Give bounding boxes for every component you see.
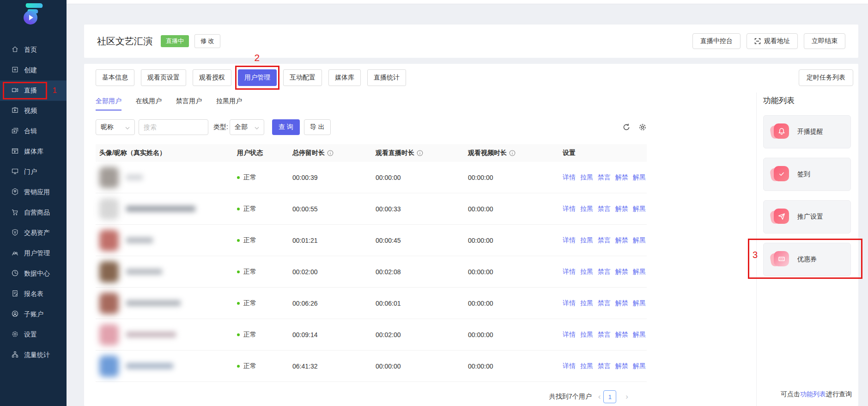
user-sub-tab[interactable]: 在线用户 [136,97,162,111]
page-number[interactable]: 1 [603,390,616,403]
sidebar-nav: 首页 创建 直播 视频 合辑 媒体库 [0,40,67,365]
blurred-username [126,174,143,180]
detail-link[interactable]: 详情 [563,236,576,245]
status-dot [237,271,240,273]
table-row: 正常 00:00:39 00:00:00 00:00:00 详情 拉黑 禁言 解… [96,162,647,193]
unblock-link[interactable]: 解黑 [633,236,646,245]
tab-button[interactable]: 媒体库 [328,69,361,86]
watch-url-button[interactable]: 观看地址 [747,33,798,49]
user-sub-tab[interactable]: 禁言用户 [176,97,202,111]
video-duration-value: 00:00:00 [464,174,559,181]
function-card[interactable]: 推广设置 [763,200,851,234]
create-icon [11,66,19,75]
sidebar-item[interactable]: 创建 [0,60,67,80]
detail-link[interactable]: 详情 [563,205,576,213]
tab-button[interactable]: 基本信息 [96,69,134,86]
sidebar-item[interactable]: 合辑 [0,121,67,141]
detail-link[interactable]: 详情 [563,362,576,370]
query-button[interactable]: 查 询 [272,119,300,135]
live-console-button[interactable]: 直播中控台 [692,33,741,49]
blurred-username [126,332,176,338]
detail-link[interactable]: 详情 [563,331,576,339]
modify-button[interactable]: 修 改 [194,34,220,48]
mute-link[interactable]: 禁言 [598,173,611,182]
info-icon[interactable] [327,150,334,156]
block-link[interactable]: 拉黑 [580,268,593,276]
unmute-link[interactable]: 解禁 [615,205,628,213]
detail-link[interactable]: 详情 [563,173,576,182]
top-strip [67,0,868,4]
search-input[interactable] [139,119,208,135]
export-button[interactable]: 导 出 [304,119,331,135]
info-icon[interactable] [509,150,516,156]
field-select[interactable]: 昵称 [96,119,135,135]
tab-button[interactable]: 观看授权 [193,69,231,86]
function-card-label: 推广设置 [797,213,823,221]
tab-button[interactable]: 直播统计 [367,69,406,86]
block-link[interactable]: 拉黑 [580,205,593,213]
sidebar-item[interactable]: 用户管理 [0,243,67,264]
table-row: 正常 00:06:26 00:06:01 00:00:00 详情 拉黑 禁言 解… [96,288,647,319]
sidebar-item[interactable]: 视频 [0,101,67,121]
refresh-icon[interactable] [622,123,631,131]
block-link[interactable]: 拉黑 [580,173,593,182]
user-sub-tab[interactable]: 全部用户 [96,97,121,111]
sidebar-item[interactable]: 营销应用 [0,182,67,203]
unmute-link[interactable]: 解禁 [615,268,628,276]
timer-task-list-button[interactable]: 定时任务列表 [799,69,853,86]
sidebar-item[interactable]: 自营商品 [0,203,67,223]
sidebar-item[interactable]: 直播 [0,80,67,101]
sidebar-item[interactable]: 子账户 [0,304,67,325]
mute-link[interactable]: 禁言 [598,268,611,276]
unmute-link[interactable]: 解禁 [615,173,628,182]
block-link[interactable]: 拉黑 [580,236,593,245]
type-select[interactable]: 全部 [230,119,264,135]
mute-link[interactable]: 禁言 [598,331,611,339]
end-live-button[interactable]: 立即结束 [804,33,845,49]
tab-button[interactable]: 用户管理 [238,69,277,86]
unmute-link[interactable]: 解禁 [615,362,628,370]
unblock-link[interactable]: 解黑 [633,331,646,339]
unblock-link[interactable]: 解黑 [633,205,646,213]
sidebar-item[interactable]: 交易资产 [0,223,67,243]
mute-link[interactable]: 禁言 [598,205,611,213]
unmute-link[interactable]: 解禁 [615,331,628,339]
sidebar-item[interactable]: 首页 [0,40,67,60]
unblock-link[interactable]: 解黑 [633,299,646,308]
video-duration-value: 00:00:00 [464,268,559,276]
sidebar-item[interactable]: 流量统计 [0,345,67,365]
table-row: 正常 00:09:14 00:02:00 00:00:00 详情 拉黑 禁言 解… [96,319,647,351]
unblock-link[interactable]: 解黑 [633,173,646,182]
sidebar-item[interactable]: 门户 [0,162,67,182]
function-list-link[interactable]: 功能列表 [800,390,826,398]
function-card[interactable]: 签到 [763,158,851,191]
unblock-link[interactable]: 解黑 [633,268,646,276]
block-link[interactable]: 拉黑 [580,299,593,308]
user-sub-tab[interactable]: 拉黑用户 [216,97,242,111]
function-card[interactable]: 开播提醒 [763,115,851,148]
detail-link[interactable]: 详情 [563,268,576,276]
sidebar-item[interactable]: 报名表 [0,284,67,304]
unblock-link[interactable]: 解黑 [633,362,646,370]
sidebar-item[interactable]: 媒体库 [0,141,67,162]
mute-link[interactable]: 禁言 [598,362,611,370]
detail-link[interactable]: 详情 [563,299,576,308]
mute-link[interactable]: 禁言 [598,299,611,308]
tab-button[interactable]: 观看页设置 [141,69,186,86]
function-card[interactable]: 优惠券 [763,243,851,276]
unmute-link[interactable]: 解禁 [615,236,628,245]
scan-icon [754,38,761,44]
tabs-bar: 基本信息 观看页设置 观看授权 用户管理 互动配置 媒体库 直播统计 定时任务列… [84,64,858,92]
unmute-link[interactable]: 解禁 [615,299,628,308]
sidebar-item[interactable]: 设置 [0,325,67,345]
tab-button[interactable]: 互动配置 [283,69,322,86]
column-header-live-duration: 观看直播时长 [372,149,464,157]
sidebar-item[interactable]: 数据中心 [0,264,67,284]
next-page-arrow[interactable]: › [625,392,628,401]
block-link[interactable]: 拉黑 [580,362,593,370]
gear-icon[interactable] [638,123,647,131]
info-icon[interactable] [417,150,423,156]
block-link[interactable]: 拉黑 [580,331,593,339]
mute-link[interactable]: 禁言 [598,236,611,245]
prev-page-arrow[interactable]: ‹ [598,392,601,401]
